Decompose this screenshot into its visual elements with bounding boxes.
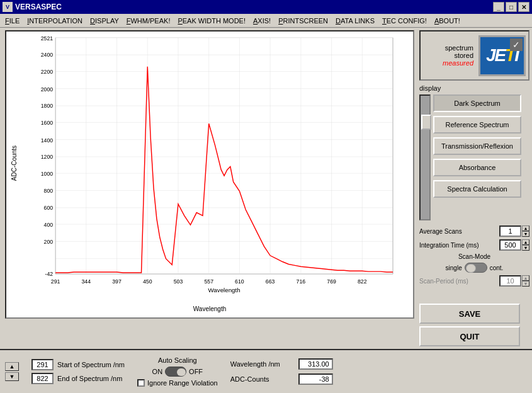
svg-text:2200: 2200 — [41, 69, 54, 75]
integration-time-value[interactable]: 500 — [499, 239, 521, 251]
quit-button[interactable]: QUIT — [419, 326, 520, 346]
integration-time-spinner: 500 ▲ ▼ — [499, 239, 529, 251]
average-scans-value[interactable]: 1 — [499, 225, 521, 237]
wavelength-section: Wavelength /nm 313.00 ADC-Counts -38 — [230, 358, 333, 385]
minimize-button[interactable]: _ — [493, 2, 504, 12]
chart-area: ADC-Counts — [0, 28, 417, 349]
brightness-slider[interactable] — [419, 94, 431, 220]
svg-text:769: 769 — [327, 278, 336, 285]
menu-fwhm[interactable]: FWHM/PEAK! — [123, 16, 174, 26]
menu-about[interactable]: ABOUT! — [431, 16, 464, 26]
average-scans-arrows: ▲ ▼ — [522, 225, 529, 237]
x-axis-label: Wavelength — [193, 305, 226, 312]
scan-period-row: Scan-Period (ms) 10 ▲ ▼ — [419, 275, 529, 287]
integration-time-row: Integration Time (ms) 500 ▲ ▼ — [419, 239, 529, 251]
menu-tec-config[interactable]: TEC CONFIG! — [378, 16, 431, 26]
svg-text:503: 503 — [174, 278, 183, 285]
svg-rect-0 — [55, 38, 393, 274]
scan-period-up[interactable]: ▲ — [522, 275, 529, 281]
ignore-range-checkbox[interactable] — [137, 379, 145, 387]
close-button[interactable]: ✕ — [518, 2, 529, 12]
svg-text:1000: 1000 — [41, 171, 54, 177]
save-quit-area: SAVE QUIT — [419, 304, 529, 346]
scan-period-value[interactable]: 10 — [499, 275, 521, 287]
svg-text:1400: 1400 — [41, 137, 54, 144]
scan-mode-toggle[interactable] — [465, 263, 487, 273]
spectrum-labels: spectrum stored measured — [443, 44, 473, 67]
menu-file[interactable]: FILE — [1, 16, 23, 26]
svg-text:716: 716 — [297, 278, 306, 285]
maximize-button[interactable]: □ — [506, 2, 517, 12]
integration-time-arrows: ▲ ▼ — [522, 239, 529, 251]
menu-interpolation[interactable]: INTERPOLATION — [23, 16, 86, 26]
right-panel: spectrum stored measured ✓ JETI display … — [417, 28, 532, 349]
title-bar: V VERSASPEC _ □ ✕ — [0, 0, 532, 14]
svg-text:2521: 2521 — [41, 35, 54, 42]
save-button[interactable]: SAVE — [419, 304, 520, 324]
dark-spectrum-button[interactable]: Dark Spectrum — [433, 94, 521, 112]
spectrum-label: spectrum — [445, 44, 473, 52]
auto-scaling-area: Auto Scaling ON OFF Ignore Range Violati… — [137, 356, 218, 387]
svg-text:344: 344 — [82, 278, 91, 285]
end-spectrum-value[interactable]: 822 — [31, 373, 54, 384]
absorbance-button[interactable]: Absorbance — [433, 159, 521, 176]
ignore-range-label: Ignore Range Violation — [147, 379, 218, 387]
integration-time-up[interactable]: ▲ — [522, 239, 529, 245]
app-title: VERSASPEC — [15, 3, 62, 11]
stored-label: stored — [454, 52, 473, 59]
logo-area: spectrum stored measured ✓ JETI — [419, 30, 529, 81]
controls-area: Average Scans 1 ▲ ▼ Integration Time (ms… — [419, 225, 529, 289]
slider-buttons: Dark Spectrum Reference Spectrum Transmi… — [419, 94, 529, 220]
transmission-reflexion-button[interactable]: Transmission/Reflexion — [433, 137, 521, 155]
scan-period-arrows: ▲ ▼ — [522, 275, 529, 287]
spectra-calculation-button[interactable]: Spectra Calculation — [433, 180, 521, 198]
auto-scaling-toggle[interactable] — [165, 367, 186, 377]
menu-printscreen[interactable]: PRINTSCREEN — [274, 16, 332, 26]
svg-text:-42: -42 — [45, 271, 54, 277]
svg-text:600: 600 — [44, 205, 54, 211]
off-label: OFF — [189, 368, 203, 375]
average-scans-spinner: 1 ▲ ▼ — [499, 225, 529, 237]
nav-down-button[interactable]: ▼ — [5, 372, 19, 381]
menu-axis[interactable]: AXIS! — [249, 16, 274, 26]
svg-text:663: 663 — [266, 278, 275, 285]
app-icon: V — [3, 2, 13, 12]
wavelength-label: Wavelength /nm — [230, 360, 293, 368]
scan-mode-row: single cont. — [419, 263, 529, 273]
reference-spectrum-button[interactable]: Reference Spectrum — [433, 116, 521, 134]
on-label: ON — [152, 368, 163, 375]
average-scans-label: Average Scans — [419, 228, 462, 235]
nav-up-button[interactable]: ▲ — [5, 362, 19, 371]
scan-mode-label: Scan-Mode — [419, 253, 529, 260]
svg-text:291: 291 — [51, 278, 60, 285]
title-buttons: _ □ ✕ — [493, 2, 529, 12]
wavelength-row: Wavelength /nm 313.00 — [230, 358, 333, 370]
cont-label: cont. — [490, 265, 504, 271]
start-spectrum-value[interactable]: 291 — [31, 359, 54, 370]
average-scans-up[interactable]: ▲ — [522, 225, 529, 231]
svg-text:2400: 2400 — [41, 52, 54, 58]
svg-text:610: 610 — [235, 278, 244, 285]
integration-time-label: Integration Time (ms) — [419, 242, 478, 249]
slider-thumb[interactable] — [421, 115, 431, 130]
spectrum-range: 291 Start of Spectrum /nm 822 End of Spe… — [31, 359, 125, 384]
scan-period-down[interactable]: ▼ — [522, 281, 529, 287]
start-spectrum-row: 291 Start of Spectrum /nm — [31, 359, 125, 370]
display-label: display — [419, 84, 529, 92]
scan-period-label: Scan-Period (ms) — [419, 278, 468, 285]
menu-bar: FILE INTERPOLATION DISPLAY FWHM/PEAK! PE… — [0, 14, 532, 28]
svg-text:800: 800 — [44, 188, 54, 194]
single-label: single — [446, 265, 462, 271]
menu-display[interactable]: DISPLAY — [86, 16, 123, 26]
svg-text:200: 200 — [44, 239, 54, 245]
svg-text:450: 450 — [143, 278, 152, 285]
start-spectrum-label: Start of Spectrum /nm — [57, 361, 125, 368]
menu-peak-width[interactable]: PEAK WIDTH MODE! — [174, 16, 249, 26]
integration-time-down[interactable]: ▼ — [522, 245, 529, 251]
svg-text:Wavelength: Wavelength — [208, 287, 241, 293]
svg-text:2000: 2000 — [41, 86, 54, 93]
average-scans-down[interactable]: ▼ — [522, 231, 529, 237]
auto-scaling-label: Auto Scaling — [158, 356, 197, 364]
menu-data-links[interactable]: DATA LINKS — [332, 16, 378, 26]
svg-text:557: 557 — [204, 278, 213, 285]
